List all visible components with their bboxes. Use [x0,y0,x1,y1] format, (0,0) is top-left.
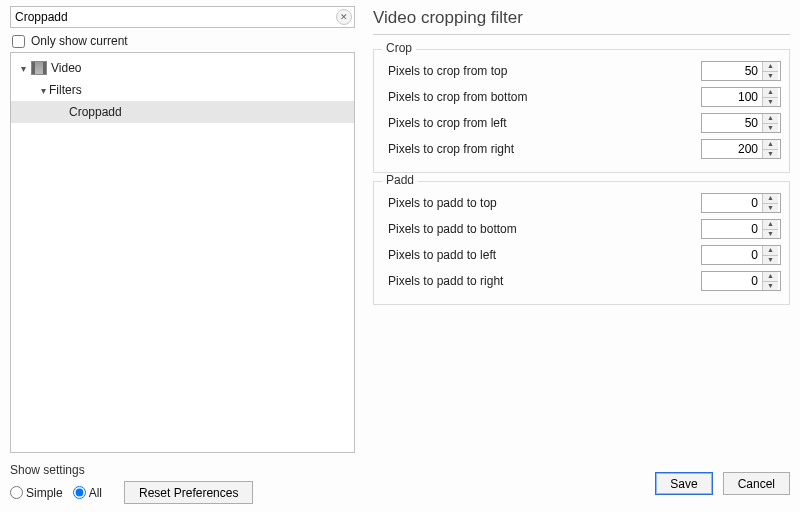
clear-search-icon[interactable]: ✕ [336,9,352,25]
field-label: Pixels to padd to top [382,196,701,210]
step-up-icon[interactable]: ▲ [763,246,778,255]
left-panel: ✕ Only show current ▾ Video ▾ Filters [10,6,355,453]
padd-right-spinbox[interactable]: ▲▼ [701,271,781,291]
padd-top-spinbox[interactable]: ▲▼ [701,193,781,213]
field-crop-bottom: Pixels to crop from bottom ▲▼ [382,84,781,110]
field-label: Pixels to padd to bottom [382,222,701,236]
field-padd-right: Pixels to padd to right ▲▼ [382,268,781,294]
step-down-icon[interactable]: ▼ [763,203,778,213]
field-crop-left: Pixels to crop from left ▲▼ [382,110,781,136]
step-down-icon[interactable]: ▼ [763,229,778,239]
step-up-icon[interactable]: ▲ [763,114,778,123]
tree-node-label: Filters [49,83,82,97]
field-label: Pixels to crop from top [382,64,701,78]
field-padd-bottom: Pixels to padd to bottom ▲▼ [382,216,781,242]
radio-all-input[interactable] [73,486,86,499]
group-padd-title: Padd [382,173,418,187]
footer: Show settings Simple All Reset Preferenc… [10,453,790,504]
padd-bottom-input[interactable] [702,220,762,238]
step-down-icon[interactable]: ▼ [763,281,778,291]
step-up-icon[interactable]: ▲ [763,88,778,97]
reset-preferences-button[interactable]: Reset Preferences [124,481,253,504]
radio-all-label: All [89,486,102,500]
crop-left-input[interactable] [702,114,762,132]
radio-simple[interactable]: Simple [10,486,63,500]
field-label: Pixels to crop from left [382,116,701,130]
padd-bottom-spinbox[interactable]: ▲▼ [701,219,781,239]
only-show-current-checkbox[interactable] [12,35,25,48]
radio-simple-input[interactable] [10,486,23,499]
padd-left-spinbox[interactable]: ▲▼ [701,245,781,265]
tree-node-croppadd[interactable]: Croppadd [11,101,354,123]
radio-all[interactable]: All [73,486,102,500]
tree-node-filters[interactable]: ▾ Filters [11,79,354,101]
field-label: Pixels to crop from right [382,142,701,156]
field-crop-top: Pixels to crop from top ▲▼ [382,58,781,84]
field-label: Pixels to crop from bottom [382,90,701,104]
step-up-icon[interactable]: ▲ [763,140,778,149]
crop-top-input[interactable] [702,62,762,80]
tree-node-video[interactable]: ▾ Video [11,57,354,79]
chevron-down-icon[interactable]: ▾ [17,63,29,74]
field-crop-right: Pixels to crop from right ▲▼ [382,136,781,162]
chevron-down-icon[interactable]: ▾ [37,85,49,96]
cancel-button[interactable]: Cancel [723,472,790,495]
only-show-current-label: Only show current [31,34,128,48]
step-up-icon[interactable]: ▲ [763,272,778,281]
right-panel: Video cropping filter Crop Pixels to cro… [373,6,790,453]
padd-right-input[interactable] [702,272,762,290]
step-down-icon[interactable]: ▼ [763,71,778,81]
tree-node-label: Croppadd [69,105,122,119]
crop-bottom-spinbox[interactable]: ▲▼ [701,87,781,107]
group-padd: Padd Pixels to padd to top ▲▼ Pixels to … [373,181,790,305]
padd-left-input[interactable] [702,246,762,264]
crop-right-input[interactable] [702,140,762,158]
step-up-icon[interactable]: ▲ [763,220,778,229]
step-up-icon[interactable]: ▲ [763,194,778,203]
crop-bottom-input[interactable] [702,88,762,106]
field-label: Pixels to padd to right [382,274,701,288]
field-padd-left: Pixels to padd to left ▲▼ [382,242,781,268]
step-down-icon[interactable]: ▼ [763,123,778,133]
show-settings-label: Show settings [10,463,253,477]
group-crop-title: Crop [382,41,416,55]
save-button[interactable]: Save [655,472,712,495]
preferences-tree[interactable]: ▾ Video ▾ Filters Croppadd [10,52,355,453]
step-down-icon[interactable]: ▼ [763,255,778,265]
crop-left-spinbox[interactable]: ▲▼ [701,113,781,133]
field-padd-top: Pixels to padd to top ▲▼ [382,190,781,216]
crop-top-spinbox[interactable]: ▲▼ [701,61,781,81]
step-up-icon[interactable]: ▲ [763,62,778,71]
divider [373,34,790,35]
search-input[interactable] [10,6,355,28]
step-down-icon[interactable]: ▼ [763,97,778,107]
page-title: Video cropping filter [373,8,790,28]
radio-simple-label: Simple [26,486,63,500]
tree-node-label: Video [51,61,81,75]
padd-top-input[interactable] [702,194,762,212]
crop-right-spinbox[interactable]: ▲▼ [701,139,781,159]
video-icon [31,61,47,75]
step-down-icon[interactable]: ▼ [763,149,778,159]
group-crop: Crop Pixels to crop from top ▲▼ Pixels t… [373,49,790,173]
field-label: Pixels to padd to left [382,248,701,262]
